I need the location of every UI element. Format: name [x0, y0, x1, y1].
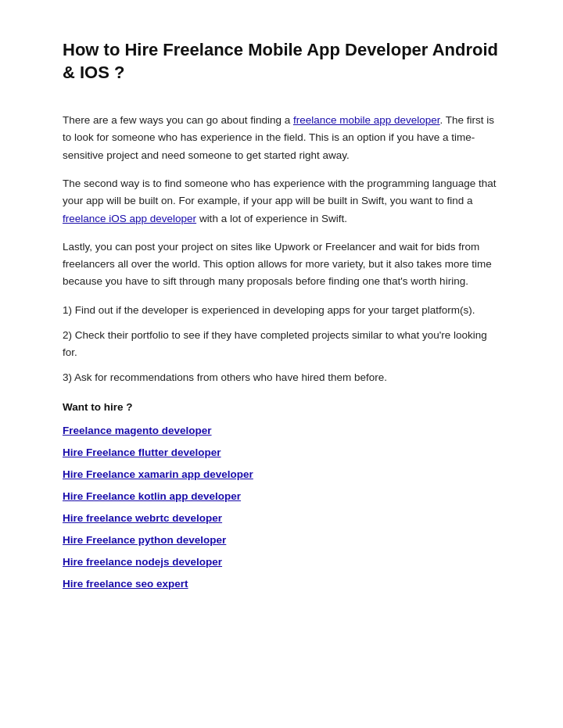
freelance-ios-app-developer-link[interactable]: freelance iOS app developer	[63, 213, 196, 224]
p2-text-before: The second way is to find someone who ha…	[63, 178, 497, 206]
list-item-nodejs: Hire freelance nodejs developer	[63, 555, 500, 568]
p2-text-after: with a lot of experience in Swift.	[196, 213, 347, 224]
p1-text-before: There are a few ways you can go about fi…	[63, 114, 293, 126]
want-to-hire-heading: Want to hire ?	[63, 401, 500, 413]
freelance-magento-developer-link[interactable]: Freelance magento developer	[63, 425, 212, 436]
hire-freelance-webrtc-developer-link[interactable]: Hire freelance webrtc developer	[63, 512, 222, 524]
numbered-item-3: 3) Ask for recommendations from others w…	[63, 369, 500, 386]
paragraph-2: The second way is to find someone who ha…	[63, 175, 500, 228]
hire-freelance-nodejs-developer-link[interactable]: Hire freelance nodejs developer	[63, 556, 222, 568]
paragraph-1: There are a few ways you can go about fi…	[63, 112, 500, 164]
numbered-item-2: 2) Check their portfolio to see if they …	[63, 327, 500, 362]
list-item-python: Hire Freelance python developer	[63, 533, 500, 546]
list-item-kotlin: Hire Freelance kotlin app developer	[63, 490, 500, 502]
list-item-seo: Hire freelance seo expert	[63, 577, 500, 590]
page-title: How to Hire Freelance Mobile App Develop…	[63, 39, 500, 84]
p3-text: Lastly, you can post your project on sit…	[63, 241, 492, 288]
list-item-flutter: Hire Freelance flutter developer	[63, 446, 500, 458]
paragraph-3: Lastly, you can post your project on sit…	[63, 238, 500, 291]
links-list: Freelance magento developer Hire Freelan…	[63, 424, 500, 590]
numbered-item-1: 1) Find out if the developer is experien…	[63, 302, 500, 319]
hire-freelance-seo-expert-link[interactable]: Hire freelance seo expert	[63, 578, 188, 590]
hire-freelance-kotlin-app-developer-link[interactable]: Hire Freelance kotlin app developer	[63, 490, 241, 502]
hire-freelance-python-developer-link[interactable]: Hire Freelance python developer	[63, 534, 226, 546]
list-item-magento: Freelance magento developer	[63, 424, 500, 436]
freelance-mobile-app-developer-link[interactable]: freelance mobile app developer	[293, 114, 440, 126]
list-item-xamarin: Hire Freelance xamarin app developer	[63, 468, 500, 480]
list-item-webrtc: Hire freelance webrtc developer	[63, 511, 500, 524]
hire-freelance-xamarin-app-developer-link[interactable]: Hire Freelance xamarin app developer	[63, 468, 253, 480]
hire-freelance-flutter-developer-link[interactable]: Hire Freelance flutter developer	[63, 446, 221, 458]
